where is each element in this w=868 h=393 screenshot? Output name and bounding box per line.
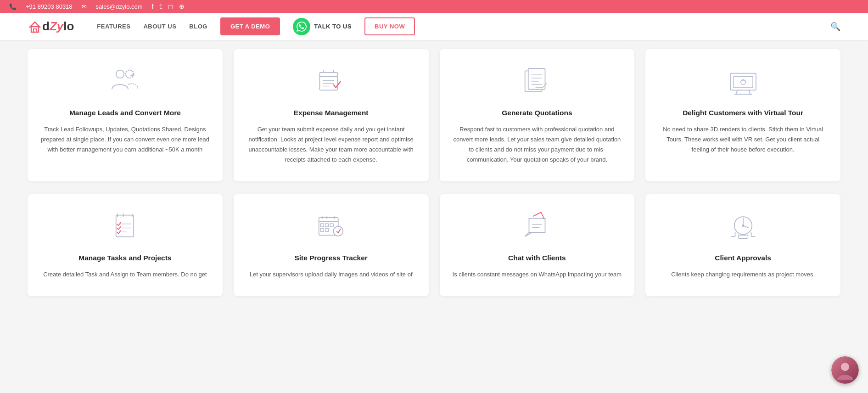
card-progress: Site Progress Tracker Let your superviso… (234, 194, 429, 296)
logo-lo: lo (63, 19, 74, 34)
svg-line-21 (749, 90, 750, 94)
svg-rect-6 (320, 73, 338, 90)
email-icon: ✉ (82, 3, 87, 10)
approvals-icon (725, 208, 762, 245)
nav-features[interactable]: FEATURES (97, 23, 130, 30)
card-description: No need to share 3D renders to clients. … (658, 124, 828, 155)
virtual-icon (725, 63, 762, 100)
whatsapp-icon (293, 18, 310, 35)
svg-point-42 (333, 226, 343, 236)
navbar: dZylo FEATURES ABOUT US BLOG GET A DEMO … (0, 13, 868, 40)
get-demo-button[interactable]: GET A DEMO (220, 17, 280, 35)
svg-line-20 (736, 90, 738, 94)
logo-d: d (42, 19, 50, 34)
twitter-icon[interactable]: 𝕥 (159, 3, 162, 10)
card-title: Expense Management (294, 108, 369, 118)
logo-zy: Zy (50, 19, 63, 34)
buy-now-button[interactable]: BUY NOW (364, 17, 415, 35)
phone-number: +91 89203 80318 (26, 3, 73, 10)
expense-icon (313, 63, 349, 100)
svg-rect-37 (320, 224, 324, 227)
nav-about[interactable]: ABOUT US (143, 23, 176, 30)
tasks-icon (106, 208, 143, 245)
svg-rect-38 (325, 224, 329, 227)
rss-icon[interactable]: ⊕ (179, 3, 185, 10)
search-icon[interactable]: 🔍 (830, 22, 840, 32)
card-description: Track Lead Followups, Updates, Quotation… (40, 124, 210, 155)
card-description: Let your supervisors upload daily images… (250, 269, 413, 280)
svg-rect-40 (320, 228, 324, 231)
card-approvals: Client Approvals Clients keep changing r… (645, 194, 840, 296)
card-quotations: Generate Quotations Respond fast to cust… (440, 49, 635, 181)
card-tasks: Manage Tasks and Projects Create detaile… (28, 194, 223, 296)
svg-rect-39 (330, 224, 333, 227)
instagram-icon[interactable]: ◻ (168, 3, 174, 10)
card-virtual-tour: Delight Customers with Virtual Tour No n… (645, 49, 840, 181)
talk-to-us-button[interactable]: TALK TO US (293, 18, 352, 35)
card-title: Site Progress Tracker (294, 253, 367, 263)
email-link[interactable]: sales@dzylo.com (96, 3, 143, 10)
card-description: Create detailed Task and Assign to Team … (43, 269, 207, 280)
card-description: Clients keep changing requirements as pr… (671, 269, 815, 280)
chat-icon (519, 208, 555, 245)
card-title: Generate Quotations (502, 108, 572, 118)
nav-blog[interactable]: BLOG (189, 23, 207, 30)
card-title: Chat with Clients (508, 253, 566, 263)
talk-label: TALK TO US (314, 23, 352, 30)
logo-icon (28, 20, 42, 33)
nav-links: FEATURES ABOUT US BLOG GET A DEMO TALK T… (97, 17, 817, 35)
svg-rect-53 (738, 235, 748, 238)
card-title: Manage Tasks and Projects (78, 253, 171, 263)
leads-icon (106, 63, 143, 100)
card-description: Is clients constant messages on WhatsApp… (453, 269, 622, 280)
svg-rect-41 (325, 228, 329, 231)
logo[interactable]: dZylo (28, 19, 74, 34)
quotation-icon (519, 63, 555, 100)
card-title: Manage Leads and Convert More (69, 108, 181, 118)
svg-point-2 (116, 70, 124, 79)
main-content: Manage Leads and Convert More Track Lead… (0, 40, 868, 327)
top-bar: 📞 +91 89203 80318 ✉ sales@dzylo.com f 𝕥 … (0, 0, 868, 13)
facebook-icon[interactable]: f (152, 3, 154, 10)
svg-point-48 (742, 225, 744, 227)
card-chat: Chat with Clients Is clients constant me… (440, 194, 635, 296)
card-description: Respond fast to customers with professio… (453, 124, 622, 165)
cards-row-1: Manage Leads and Convert More Track Lead… (28, 49, 840, 181)
phone-icon: 📞 (9, 3, 17, 10)
svg-rect-23 (734, 77, 753, 88)
cards-row-2: Manage Tasks and Projects Create detaile… (28, 194, 840, 296)
svg-rect-14 (528, 68, 545, 90)
progress-icon (313, 208, 349, 245)
card-expense: Expense Management Get your team submit … (234, 49, 429, 181)
card-manage-leads: Manage Leads and Convert More Track Lead… (28, 49, 223, 181)
card-title: Delight Customers with Virtual Tour (683, 108, 803, 118)
card-description: Get your team submit expense daily and y… (246, 124, 416, 165)
card-title: Client Approvals (715, 253, 771, 263)
social-icons: f 𝕥 ◻ ⊕ (152, 3, 185, 10)
